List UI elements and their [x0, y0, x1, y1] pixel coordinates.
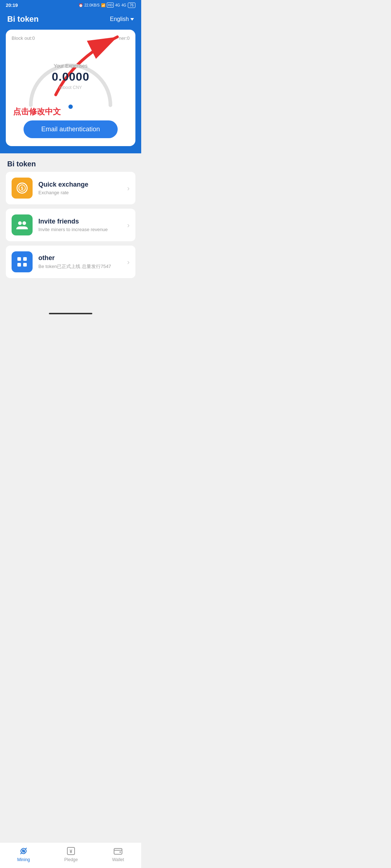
- invite-friends-title: Invite friends: [38, 218, 121, 225]
- other-subtitle: Be token已正式上线 总量发行7547: [38, 263, 121, 270]
- wifi-icon: 📶: [101, 3, 105, 7]
- chinese-annotation: 点击修改中文: [13, 106, 61, 117]
- battery-icon: 76: [128, 3, 135, 8]
- status-time: 20:19: [6, 3, 18, 8]
- svg-point-5: [22, 221, 26, 225]
- language-selector[interactable]: English: [110, 16, 134, 22]
- invite-friends-text: Invite friends Invite miners to increase…: [38, 218, 121, 232]
- svg-rect-6: [17, 257, 21, 261]
- other-chevron-icon: ›: [127, 258, 130, 266]
- invite-friends-icon-box: [12, 214, 33, 235]
- quick-exchange-title: Quick exchange: [38, 181, 121, 188]
- grid-icon: [16, 255, 29, 268]
- coin-icon: $: [16, 182, 29, 195]
- alarm-icon: ⏰: [79, 3, 83, 7]
- other-title: other: [38, 254, 121, 262]
- block-out-label: Block out:0: [12, 35, 35, 41]
- other-text: other Be token已正式上线 总量发行7547: [38, 254, 121, 270]
- invite-friends-subtitle: Invite miners to increase revenue: [38, 227, 121, 232]
- quick-exchange-card[interactable]: $ Quick exchange Exchange rate ›: [6, 172, 135, 204]
- other-card[interactable]: other Be token已正式上线 总量发行7547 ›: [6, 246, 135, 278]
- quick-exchange-chevron-icon: ›: [127, 184, 130, 192]
- language-label: English: [110, 16, 129, 22]
- hd-badge: HD: [107, 3, 114, 8]
- block-out-text: Block out:: [12, 35, 32, 41]
- card-header: Block out:0 ner:0: [12, 35, 130, 41]
- quick-exchange-subtitle: Exchange rate: [38, 190, 121, 195]
- status-bar: 20:19 ⏰ 22.0KB/S 📶 HD 4G 4G 76: [0, 0, 141, 10]
- svg-text:$: $: [21, 186, 24, 191]
- gauge-dot: [68, 105, 73, 109]
- expenses-label: Your Expenses: [52, 63, 89, 69]
- quick-exchange-text: Quick exchange Exchange rate: [38, 181, 121, 195]
- friends-icon: [16, 218, 29, 231]
- invite-friends-chevron-icon: ›: [127, 221, 130, 229]
- expenses-subtitle: reboot CNY: [52, 85, 89, 90]
- chevron-down-icon: [130, 18, 134, 21]
- expenses-value: 0.0000: [52, 70, 89, 84]
- signal-4g2-icon: 4G: [122, 3, 126, 7]
- svg-rect-8: [17, 263, 21, 267]
- header: Bi token English: [0, 10, 141, 30]
- svg-rect-7: [23, 257, 27, 261]
- svg-rect-9: [23, 263, 27, 267]
- block-out-value: 0: [32, 35, 35, 41]
- signal-4g-icon: 4G: [115, 3, 120, 7]
- page-content: Bi token $ Quick exchange Exchange rate …: [0, 153, 141, 311]
- main-section: Block out:0 ner:0 Your Expenses 0.0000 r…: [0, 30, 141, 153]
- app-title: Bi token: [7, 14, 39, 24]
- status-icons: ⏰ 22.0KB/S 📶 HD 4G 4G 76: [79, 3, 135, 8]
- section-title: Bi token: [0, 153, 141, 172]
- quick-exchange-icon-box: $: [12, 178, 33, 199]
- email-auth-button[interactable]: Email authentication: [24, 120, 118, 138]
- gauge-center-content: Your Expenses 0.0000 reboot CNY: [52, 63, 89, 90]
- home-indicator: [49, 313, 92, 314]
- timer-label: ner:0: [119, 35, 130, 41]
- other-icon-box: [12, 251, 33, 272]
- speed-indicator: 22.0KB/S: [84, 3, 100, 7]
- svg-point-4: [18, 221, 22, 225]
- expense-card: Block out:0 ner:0 Your Expenses 0.0000 r…: [6, 30, 135, 146]
- invite-friends-card[interactable]: Invite friends Invite miners to increase…: [6, 209, 135, 241]
- expense-gauge: Your Expenses 0.0000 reboot CNY: [12, 44, 130, 116]
